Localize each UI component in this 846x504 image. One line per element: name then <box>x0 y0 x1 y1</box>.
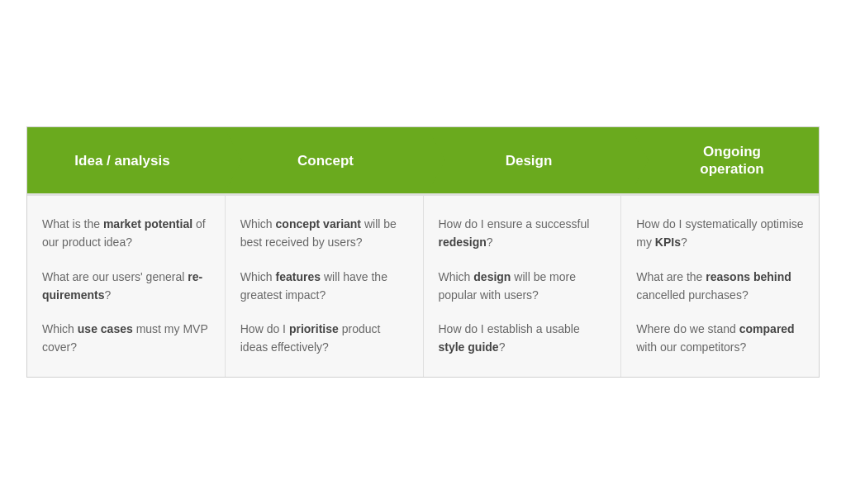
arrow-concept-label: Concept <box>297 152 354 169</box>
arrow-design: Design <box>427 127 630 193</box>
content-col-ongoing: How do I syste­matically optimise my KPI… <box>621 196 819 376</box>
idea-q1: What is the market potential of our prod… <box>42 216 210 251</box>
arrow-ongoing: Ongoingoperation <box>630 127 819 193</box>
design-q2: Which design will be more popular with u… <box>439 269 606 304</box>
arrow-design-label: Design <box>506 152 553 169</box>
diagram-container: Idea / analysis Concept Design Ongoingop… <box>26 126 820 377</box>
design-q3: How do I esta­blish a usable style guide… <box>439 321 606 356</box>
concept-q1: Which concept variant will be best recei… <box>240 216 408 251</box>
content-row: What is the market potential of our prod… <box>27 193 819 376</box>
idea-q2: What are our users' general re­quirement… <box>42 269 210 304</box>
content-col-idea: What is the market potential of our prod… <box>27 196 226 376</box>
concept-q3: How do I prioriti­se product ideas effec… <box>240 321 408 356</box>
arrow-idea-label: Idea / analysis <box>74 152 169 169</box>
arrow-concept: Concept <box>224 127 427 193</box>
ongoing-q2: What are the reasons be­hind cancelled p… <box>636 269 804 304</box>
design-q1: How do I ensure a successful redesign? <box>439 216 606 251</box>
ongoing-q1: How do I syste­matically optimise my KPI… <box>636 216 804 251</box>
arrow-idea: Idea / analysis <box>27 127 224 193</box>
ongoing-q3: Where do we stand compared with our com­… <box>636 321 804 356</box>
header-row: Idea / analysis Concept Design Ongoingop… <box>27 127 819 193</box>
arrow-ongoing-label: Ongoingoperation <box>700 143 763 178</box>
content-col-concept: Which concept variant will be best recei… <box>226 196 424 376</box>
concept-q2: Which features will have the greatest im… <box>240 269 408 304</box>
diagram-wrapper: Idea / analysis Concept Design Ongoingop… <box>26 126 820 377</box>
content-col-design: How do I ensure a successful redesign? W… <box>424 196 622 376</box>
idea-q3: Which use cases must my MVP cover? <box>42 321 210 356</box>
